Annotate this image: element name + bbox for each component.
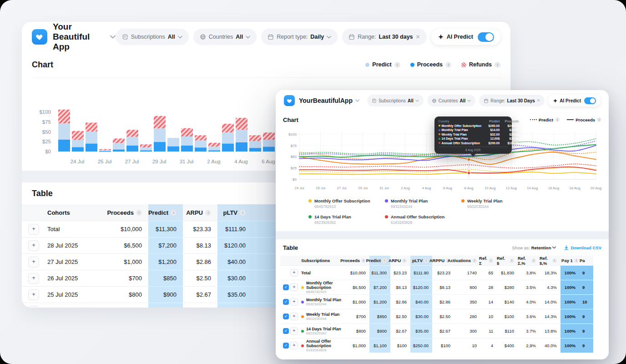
bar-group[interactable] [181,128,193,152]
bar-group[interactable] [236,118,247,152]
info-icon[interactable]: i [597,117,601,122]
column-header-ref[interactable]: Ref. Σ,%i [518,256,540,265]
column-header-ref[interactable]: Ref. $i [497,256,518,265]
close-icon[interactable]: ✕ [416,34,420,40]
column-header-proceeds[interactable]: Proceedsi [114,204,148,221]
filter-pill-range[interactable]: Range:Last 30 days✕ [342,29,426,45]
info-icon[interactable]: i [531,258,536,263]
bar-group[interactable] [208,143,220,152]
column-header-arpu[interactable]: ARPUi [390,256,410,265]
expand-row-button[interactable]: + [290,342,298,349]
info-icon[interactable]: i [424,258,429,263]
plan-legend-item[interactable]: Monthly Trial Plan6932343244 [385,198,461,209]
expand-row-button[interactable]: + [290,283,298,291]
filter-pill-subscriptions[interactable]: SubscriptionsAll [116,29,189,45]
expand-row-button[interactable]: + [290,298,298,306]
app-logo[interactable] [284,95,295,106]
bar-group[interactable] [86,122,97,152]
row-checkbox[interactable]: ✓ [283,284,289,290]
column-header-subscriptions[interactable]: Subscriptions [301,256,347,265]
filter-pill-countries[interactable]: CountriesAll [193,29,257,45]
plan-legend-item[interactable]: 14 Days Trial Plan6823929392 [308,214,385,225]
bar-group[interactable] [154,116,166,152]
legend-item-proceeds[interactable]: Proceedsi [567,117,601,122]
row-checkbox[interactable]: ✓ [283,343,289,349]
bar-group[interactable] [140,144,152,152]
column-header-ref[interactable]: Ref. $,%i [540,256,560,265]
column-header-pa[interactable]: Pa [580,256,593,265]
column-header-predict[interactable]: Predicti [148,204,183,221]
bar-group[interactable] [249,135,261,152]
info-icon[interactable]: i [394,62,400,68]
plan-legend-item[interactable]: Weekly Trial Plan6602030244 [461,198,601,209]
row-checkbox[interactable]: ✓ [283,313,289,319]
chevron-down-icon[interactable] [355,99,359,102]
expand-row-button[interactable]: + [28,306,39,308]
bar-group[interactable] [126,130,138,152]
bar-group[interactable] [72,131,84,152]
column-header-predict[interactable]: Predicti [369,256,390,265]
checkbox-cell: ✓ [280,280,290,294]
expand-row-button[interactable]: + [290,313,298,320]
info-icon[interactable]: i [555,117,560,122]
app-logo[interactable] [32,29,47,45]
ai-predict-toggle[interactable] [584,97,596,104]
info-icon[interactable]: i [136,210,142,216]
filter-pill-ai-predict[interactable]: AI Predict [431,29,500,45]
app-title[interactable]: Your Beautiful App [53,22,106,52]
info-icon[interactable]: i [495,62,500,68]
filter-pill-ai-predict[interactable]: AI Predict [548,95,601,106]
column-header-pltv[interactable]: pLTVi [217,204,252,221]
chevron-down-icon[interactable] [110,35,116,39]
column-header-ref[interactable]: Ref. Σi [480,256,497,265]
show-as-dropdown[interactable]: Show as: Retention [512,245,556,250]
info-icon[interactable]: i [240,210,246,216]
info-icon[interactable]: i [472,258,477,263]
filter-pill-report-type[interactable]: Report type:Daily [261,29,338,45]
legend-item-refunds[interactable]: Refundsi [461,61,500,68]
info-icon[interactable]: i [552,258,557,263]
download-csv-button[interactable]: Download CSV [564,245,601,250]
expand-row-button[interactable]: + [290,327,298,335]
info-icon[interactable]: i [489,258,493,263]
row-checkbox[interactable]: ✓ [283,299,289,305]
bar-group[interactable] [58,110,70,152]
bar-group[interactable] [113,138,125,152]
line-chart-area[interactable]: $100$75$50$25$024 Jul25 Jul27 Jul29 Jul3… [283,128,601,195]
row-checkbox[interactable]: ✓ [283,328,289,334]
bar-group[interactable] [167,138,179,152]
expand-row-button[interactable]: + [28,289,39,300]
info-icon[interactable]: i [382,258,387,263]
legend-item-predict[interactable]: Predicti [530,117,560,122]
filter-pill-countries[interactable]: CountriesAll [427,95,476,106]
plan-legend-item[interactable]: Monthly Offer Subscription6845782910 [308,198,385,209]
info-icon[interactable]: i [361,258,366,263]
bar-group[interactable] [222,124,234,152]
filter-pill-range[interactable]: Range:Last 30 Days✕ [479,95,545,106]
bar-group[interactable] [99,149,111,152]
info-icon[interactable]: i [445,62,451,68]
filter-pill-subscriptions[interactable]: SubscriptionsAll [367,95,424,106]
column-header-activations[interactable]: Activationsi [454,256,480,265]
column-header-cohorts[interactable]: Cohorts [47,204,114,221]
info-icon[interactable]: i [171,210,177,216]
column-header-pay1[interactable]: Pay 1i [560,256,580,265]
app-title[interactable]: YourBeautifulApp [299,97,353,104]
bar-group[interactable] [195,135,207,152]
expand-row-button[interactable]: + [290,269,298,277]
expand-row-button[interactable]: + [28,240,39,251]
bar-group[interactable] [263,132,275,152]
info-icon[interactable]: i [510,258,514,263]
ai-predict-toggle[interactable] [478,32,494,42]
legend-item-predict[interactable]: Predicti [365,61,400,68]
expand-row-button[interactable]: + [28,257,39,268]
close-icon[interactable]: ✕ [537,98,540,103]
info-icon[interactable]: i [205,210,211,216]
info-icon[interactable]: i [402,258,407,263]
expand-row-button[interactable]: + [28,224,39,235]
legend-item-proceeds[interactable]: Proceedsi [410,61,451,68]
info-icon[interactable]: i [574,258,579,263]
plan-legend-item[interactable]: Annual Offer Subscription6183283828 [385,214,461,225]
expand-row-button[interactable]: + [28,273,39,284]
column-header-arpu[interactable]: ARPUi [183,204,217,221]
